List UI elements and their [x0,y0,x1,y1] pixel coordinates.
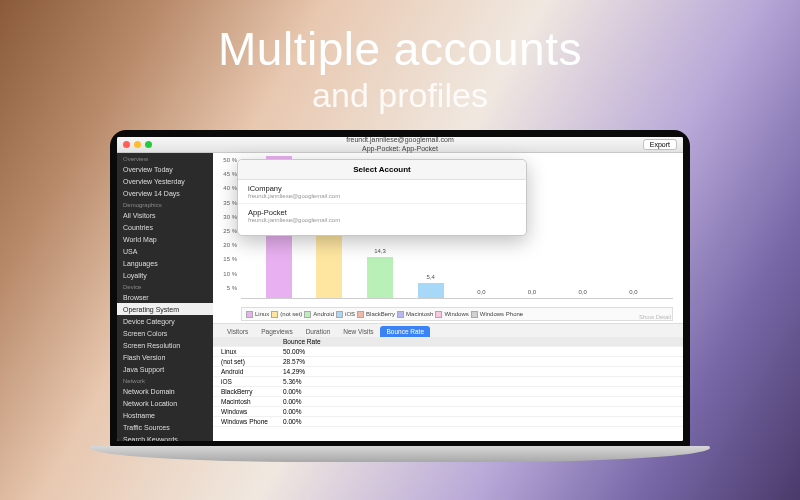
sidebar-item[interactable]: Flash Version [117,351,213,363]
sidebar-header: Overview [117,153,213,163]
account-item[interactable]: iCompanyfreundt.jannliese@googlemail.com [238,180,526,204]
legend-swatch [304,311,311,318]
legend-swatch [471,311,478,318]
bar-label: 0,0 [468,289,494,295]
sidebar-item[interactable]: Traffic Sources [117,421,213,433]
account-email: freundt.jannliese@googlemail.com [248,217,516,223]
sidebar-item[interactable]: Operating System [117,303,213,315]
sidebar-item[interactable]: Browser [117,291,213,303]
export-button[interactable]: Export [643,139,677,150]
legend-swatch [435,311,442,318]
chart-bar: 5,4 [418,283,444,298]
tab[interactable]: Pageviews [255,326,298,337]
chart-legend: Linux(not set)AndroidiOSBlackBerryMacint… [241,307,673,321]
legend-item: (not set) [271,311,302,318]
table-header: Bounce Rate [213,337,683,347]
y-tick: 10 % [215,271,237,277]
table-row[interactable]: iOS5.36% [213,377,683,387]
bar-label: 0,0 [519,289,545,295]
bar-label: 0,0 [570,289,596,295]
legend-item: Android [304,311,334,318]
y-tick: 5 % [215,285,237,291]
y-tick: 35 % [215,200,237,206]
y-tick: 40 % [215,185,237,191]
sidebar-item[interactable]: Loyality [117,269,213,281]
sidebar-item[interactable]: World Map [117,233,213,245]
bar-label: 14,3 [367,248,393,254]
titlebar: freundt.jannliese@googlemail.com App-Poc… [117,137,683,153]
sidebar-item[interactable]: Java Support [117,363,213,375]
legend-item: Windows Phone [471,311,523,318]
y-tick: 45 % [215,171,237,177]
legend-swatch [397,311,404,318]
table-row[interactable]: Windows0.00% [213,407,683,417]
sidebar-header: Network [117,375,213,385]
laptop-base [90,446,710,462]
sidebar-item[interactable]: Hostname [117,409,213,421]
table-row[interactable]: Android14.29% [213,367,683,377]
table-row[interactable]: Linux50.00% [213,347,683,357]
y-tick: 30 % [215,214,237,220]
data-table: Bounce RateLinux50.00%(not set)28.57%And… [213,337,683,441]
popup-title: Select Account [238,160,526,180]
metric-tabs: VisitorsPageviewsDurationNew VisitsBounc… [213,323,683,337]
tab[interactable]: Visitors [221,326,254,337]
sidebar-item[interactable]: Screen Resolution [117,339,213,351]
sidebar-item[interactable]: Network Domain [117,385,213,397]
sidebar-item[interactable]: Overview 14 Days [117,187,213,199]
bar-label: 0,0 [620,289,646,295]
sidebar-item[interactable]: All Visitors [117,209,213,221]
sidebar-item[interactable]: Languages [117,257,213,269]
chart-bar: 14,3 [367,257,393,298]
table-row[interactable]: Windows Phone0.00% [213,417,683,427]
bar-label: 5,4 [418,274,444,280]
account-name: App-Pocket [248,208,516,217]
table-row[interactable]: Macintosh0.00% [213,397,683,407]
legend-swatch [271,311,278,318]
sidebar-item[interactable]: Network Location [117,397,213,409]
window-title: freundt.jannliese@googlemail.com App-Poc… [117,137,683,153]
account-name: iCompany [248,184,516,193]
legend-item: BlackBerry [357,311,395,318]
app-window: freundt.jannliese@googlemail.com App-Poc… [117,137,683,441]
table-row[interactable]: BlackBerry0.00% [213,387,683,397]
y-tick: 50 % [215,157,237,163]
y-tick: 15 % [215,256,237,262]
sidebar-item[interactable]: Overview Yesterday [117,175,213,187]
account-item[interactable]: App-Pocketfreundt.jannliese@googlemail.c… [238,204,526,235]
legend-swatch [357,311,364,318]
legend-item: Macintosh [397,311,433,318]
legend-item: iOS [336,311,355,318]
show-detail-link[interactable]: Show Detail [639,314,671,320]
sidebar-item[interactable]: Screen Colors [117,327,213,339]
y-tick: 20 % [215,242,237,248]
tab[interactable]: Duration [300,326,337,337]
account-email: freundt.jannliese@googlemail.com [248,193,516,199]
legend-swatch [246,311,253,318]
hero-line-2: and profiles [0,76,800,115]
laptop-frame: freundt.jannliese@googlemail.com App-Poc… [90,130,710,500]
sidebar-item[interactable]: Search Keywords [117,433,213,441]
sidebar-item[interactable]: Countries [117,221,213,233]
y-tick: 25 % [215,228,237,234]
tab[interactable]: New Visits [337,326,379,337]
tab[interactable]: Bounce Rate [380,326,430,337]
sidebar: OverviewOverview TodayOverview Yesterday… [117,153,213,441]
hero-line-1: Multiple accounts [0,22,800,76]
legend-item: Windows [435,311,468,318]
legend-item: Linux [246,311,269,318]
sidebar-item[interactable]: Device Category [117,315,213,327]
legend-swatch [336,311,343,318]
sidebar-item[interactable]: Overview Today [117,163,213,175]
select-account-popup: Select Account iCompanyfreundt.jannliese… [237,159,527,236]
sidebar-header: Demographics [117,199,213,209]
sidebar-header: Device [117,281,213,291]
table-row[interactable]: (not set)28.57% [213,357,683,367]
sidebar-item[interactable]: USA [117,245,213,257]
